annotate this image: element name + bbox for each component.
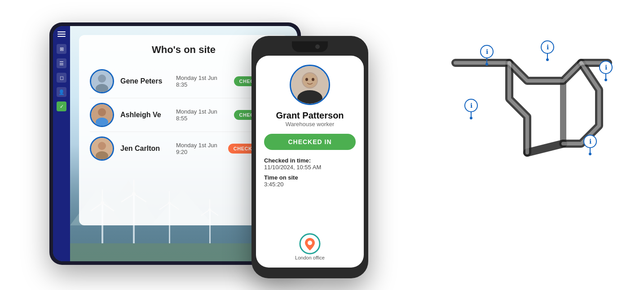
svg-point-46	[546, 58, 549, 61]
checkin-row-1: Gene Peters Monday 1st Jun 8:35 CHECKED …	[90, 65, 278, 98]
avatar-gene	[90, 69, 114, 93]
phone-person-role: Warehouse worker	[286, 121, 335, 127]
sidebar-icon-2[interactable]: ☰	[57, 58, 66, 68]
svg-point-43	[485, 63, 488, 66]
person-name-1: Gene Peters	[120, 77, 170, 85]
phone-footer: London office	[295, 233, 325, 260]
svg-point-52	[470, 117, 472, 119]
phone-avatar	[290, 65, 330, 105]
office-label: London office	[295, 255, 325, 260]
svg-text:ℹ: ℹ	[589, 138, 591, 145]
checked-in-button[interactable]: CHECKED IN	[264, 134, 356, 150]
checkin-time-1: Monday 1st Jun 8:35	[176, 75, 228, 88]
menu-icon[interactable]	[57, 31, 66, 38]
phone-notch	[292, 41, 328, 52]
svg-text:ℹ: ℹ	[547, 44, 549, 51]
sidebar-icon-active[interactable]: ✓	[57, 101, 66, 111]
svg-point-55	[589, 153, 591, 155]
map-svg: ℹ ℹ ℹ ℹ ℹ	[428, 27, 617, 242]
checkin-info-block: Checked in time: 11/10/2024, 10:55 AM	[264, 157, 356, 171]
checkin-row-2: Ashleigh Ve Monday 1st Jun 8:55 CHECKED …	[90, 98, 278, 132]
avatar-ashleigh	[90, 103, 114, 127]
phone-device: Grant Patterson Warehouse worker CHECKED…	[251, 36, 368, 278]
phone-camera	[315, 44, 320, 49]
checkin-row-3: Jen Carlton Monday 1st Jun 9:20 CHECKED …	[90, 132, 278, 165]
svg-text:ℹ: ℹ	[470, 102, 472, 109]
svg-point-49	[604, 79, 607, 81]
svg-point-40	[308, 241, 312, 245]
location-icon	[299, 233, 321, 255]
svg-point-31	[98, 142, 106, 150]
map-route-illustration: ℹ ℹ ℹ ℹ ℹ	[428, 27, 617, 242]
sidebar-icon-4[interactable]: 👤	[57, 87, 66, 97]
checkin-time-label: Checked in time:	[264, 157, 356, 164]
time-on-site-value: 3:45:20	[264, 181, 356, 188]
svg-point-37	[305, 78, 308, 81]
avatar-jen	[90, 136, 114, 161]
svg-text:ℹ: ℹ	[486, 48, 488, 55]
phone-person-name: Grant Patterson	[276, 110, 344, 121]
checkin-time-3: Monday 1st Jun 9:20	[176, 142, 222, 155]
svg-point-25	[98, 75, 106, 83]
phone-screen: Grant Patterson Warehouse worker CHECKED…	[256, 56, 364, 268]
svg-point-38	[312, 78, 314, 81]
panel-title: Who's on site	[90, 44, 278, 56]
tablet-sidebar: ⊞ ☰ ◻ 👤 ✓	[53, 26, 70, 261]
person-name-3: Jen Carlton	[120, 145, 170, 153]
checkin-time-2: Monday 1st Jun 8:55	[176, 108, 228, 122]
checkin-time-value: 11/10/2024, 10:55 AM	[264, 164, 356, 171]
person-name-2: Ashleigh Ve	[120, 111, 170, 119]
time-on-site-block: Time on site 3:45:20	[264, 174, 356, 188]
svg-text:ℹ: ℹ	[605, 64, 607, 71]
svg-point-28	[98, 108, 106, 116]
svg-point-36	[303, 73, 317, 88]
sidebar-icon-3[interactable]: ◻	[57, 73, 66, 83]
time-on-site-label: Time on site	[264, 174, 356, 181]
sidebar-icon-1[interactable]: ⊞	[57, 44, 66, 54]
